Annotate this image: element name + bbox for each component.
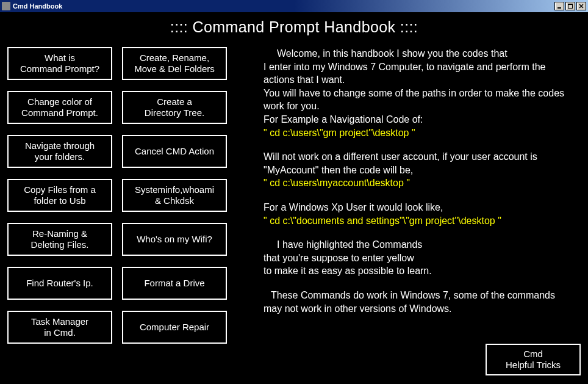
highlight-note-1: I have highlighted the Commands xyxy=(264,238,572,252)
app-icon xyxy=(2,2,10,10)
svg-rect-0 xyxy=(558,7,561,9)
nav-what-is-cmd-button[interactable]: What isCommand Prompt? xyxy=(7,47,112,80)
nav-directory-tree-button[interactable]: Create aDirectory Tree. xyxy=(122,91,227,124)
nav-cancel-cmd-button[interactable]: Cancel CMD Action xyxy=(122,135,227,168)
nav-computer-repair-button[interactable]: Computer Repair xyxy=(122,311,227,344)
paths-note: You will have to change some of the path… xyxy=(264,87,572,113)
page-title: :::: Command Prompt Handbook :::: xyxy=(6,17,582,47)
body-area: What isCommand Prompt? Create, Rename,Mo… xyxy=(6,47,582,344)
nav-rename-delete-button[interactable]: Re-Naming &Deleting Files. xyxy=(7,223,112,256)
helpful-tricks-button[interactable]: CmdHelpful Tricks xyxy=(486,344,581,375)
window-title: Cmd Handbook xyxy=(13,2,554,10)
nav-create-rename-folders-button[interactable]: Create, Rename,Move & Del Folders xyxy=(122,47,227,80)
account-note: Will not work on a different user accoun… xyxy=(264,150,572,176)
app-content: :::: Command Prompt Handbook :::: What i… xyxy=(0,12,588,384)
example-intro: For Example a Navigational Code of: xyxy=(264,113,572,126)
nav-who-wifi-button[interactable]: Who's on my Wifi? xyxy=(122,223,227,256)
nav-format-drive-button[interactable]: Format a Drive xyxy=(122,267,227,300)
welcome-text-panel: Welcome, in this handbook I show you the… xyxy=(264,47,572,315)
nav-systeminfo-button[interactable]: Systeminfo,whoami& Chkdsk xyxy=(122,179,227,212)
nav-copy-files-button[interactable]: Copy Files from afolder to Usb xyxy=(7,179,112,212)
svg-rect-2 xyxy=(568,4,573,5)
win7-note: These Commands do work in Windows 7, som… xyxy=(264,289,572,315)
nav-task-manager-button[interactable]: Task Managerin Cmd. xyxy=(7,311,112,344)
welcome-line-2: I enter into my Windows 7 Computer, to n… xyxy=(264,62,545,85)
highlight-note-3: to make it as easy as possible to learn. xyxy=(264,264,572,278)
navigation-button-grid: What isCommand Prompt? Create, Rename,Mo… xyxy=(6,47,227,344)
xp-note: For a Windows Xp User it would look like… xyxy=(264,201,572,214)
nav-navigate-folders-button[interactable]: Navigate throughyour folders. xyxy=(7,135,112,168)
close-button[interactable] xyxy=(576,2,586,10)
example-code-1: " cd c:\users\"gm project"\desktop " xyxy=(264,126,572,140)
example-code-3: " cd c:\"documents and settings"\"gm pro… xyxy=(264,214,572,228)
nav-change-color-button[interactable]: Change color ofCommand Prompt. xyxy=(7,91,112,124)
highlight-note-2: that you're suppose to enter yellow xyxy=(264,252,572,265)
example-code-2: " cd c:\users\myaccount\desktop " xyxy=(264,176,572,190)
minimize-button[interactable] xyxy=(554,2,564,10)
nav-find-router-ip-button[interactable]: Find Router's Ip. xyxy=(7,267,112,300)
maximize-button[interactable] xyxy=(565,2,575,10)
window-control-buttons xyxy=(554,2,586,10)
window-titlebar: Cmd Handbook xyxy=(0,0,588,12)
welcome-line-1: Welcome, in this handbook I show you the… xyxy=(264,47,572,60)
